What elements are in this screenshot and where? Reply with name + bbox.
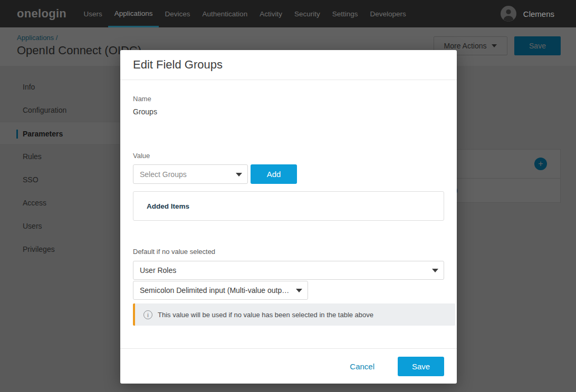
value-select[interactable]: Select Groups [133,164,248,184]
add-button[interactable]: Add [251,164,297,184]
added-items-label: Added Items [147,202,189,210]
added-items-box: Added Items [133,191,444,221]
nav-item-users[interactable]: Users [78,0,108,27]
default-value-select[interactable]: User Roles [133,261,444,280]
save-button-label: Save [412,362,430,371]
value-label: Value [133,152,150,160]
nav-item-authentication[interactable]: Authentication [196,0,254,27]
modal-header: Edit Field Groups [120,50,457,80]
user-name: Clemens [523,9,554,18]
format-value: Semicolon Delimited input (Multi-value o… [140,286,289,295]
default-label: Default if no value selected [133,248,215,256]
top-nav: onelogin Users Applications Devices Auth… [0,0,576,27]
name-label: Name [133,95,151,103]
nav-item-applications[interactable]: Applications [108,0,159,27]
name-value[interactable]: Groups [133,107,157,116]
cancel-button[interactable]: Cancel [347,361,378,371]
chevron-down-icon [296,289,302,292]
nav-item-devices[interactable]: Devices [159,0,196,27]
onelogin-logo[interactable]: onelogin [17,0,66,27]
screen: Applications / OpenId Connect (OIDC) Mor… [0,0,576,392]
chevron-down-icon [432,269,438,272]
add-button-label: Add [267,170,281,179]
info-text: This value will be used if no value has … [158,311,373,319]
value-select-placeholder: Select Groups [140,170,187,179]
nav-menu: Users Applications Devices Authenticatio… [78,0,412,27]
info-icon: i [143,310,152,319]
save-button[interactable]: Save [398,357,444,376]
chevron-down-icon [236,173,242,177]
user-menu[interactable]: Clemens [501,0,554,27]
nav-item-security[interactable]: Security [288,0,326,27]
format-select[interactable]: Semicolon Delimited input (Multi-value o… [133,281,308,300]
modal-title: Edit Field Groups [133,58,223,72]
info-message: i This value will be used if no value ha… [133,303,455,326]
avatar [501,6,516,22]
modal-footer: Cancel Save [120,348,457,384]
nav-item-settings[interactable]: Settings [326,0,364,27]
nav-item-activity[interactable]: Activity [254,0,289,27]
nav-item-developers[interactable]: Developers [364,0,412,27]
edit-field-modal: Edit Field Groups Name Groups Value Sele… [120,50,457,384]
default-value: User Roles [140,266,176,275]
